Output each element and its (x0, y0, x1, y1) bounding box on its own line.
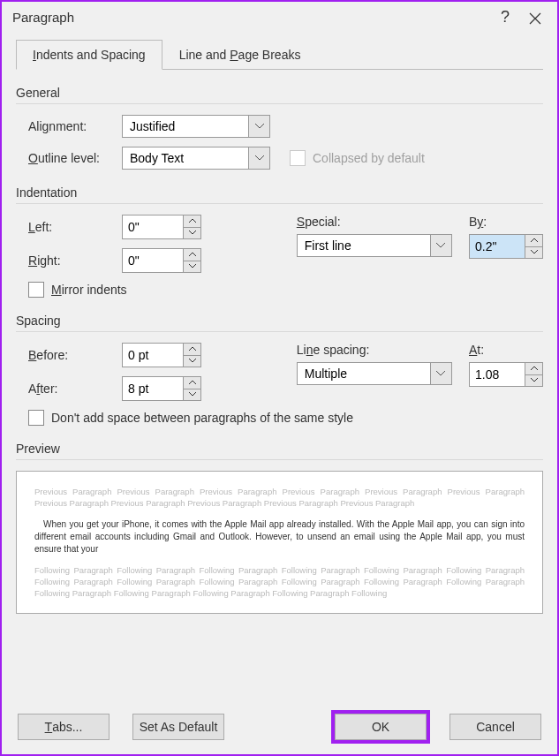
section-preview: Preview Previous Paragraph Previous Para… (16, 442, 543, 614)
section-indentation: Indentation Left: 0" Right: 0" (16, 185, 543, 298)
mirror-indents-label: Mirror indents (51, 283, 127, 297)
spin-up-button[interactable] (184, 377, 200, 389)
before-input[interactable]: 0 pt (122, 343, 201, 367)
titlebar: Paragraph ? (2, 2, 557, 32)
spin-down-button[interactable] (184, 389, 200, 401)
preview-following-text: Following Paragraph Following Paragraph … (34, 564, 525, 600)
section-general: General Alignment: Justified Outline lev… (16, 86, 543, 170)
alignment-value: Justified (123, 119, 248, 133)
left-indent-input[interactable]: 0" (122, 215, 201, 239)
spin-up-button[interactable] (184, 215, 200, 227)
close-icon (529, 12, 541, 25)
spin-up-button[interactable] (184, 249, 200, 261)
spin-down-button[interactable] (184, 261, 200, 273)
chevron-down-icon (531, 250, 538, 254)
tabs-button[interactable]: Tabs... (18, 714, 110, 740)
line-spacing-label: Line spacing: (297, 343, 469, 357)
after-input[interactable]: 8 pt (122, 376, 201, 401)
chevron-up-icon (189, 219, 196, 223)
chevron-up-icon (189, 253, 196, 257)
alignment-dropdown-button[interactable] (248, 116, 269, 137)
section-spacing: Spacing Before: 0 pt After: 8 pt (16, 314, 543, 426)
line-spacing-select[interactable]: Multiple (297, 362, 452, 385)
section-heading-spacing: Spacing (16, 314, 543, 332)
tab-bar: IIndents and Spacingndents and Spacing L… (16, 39, 543, 70)
dont-add-space-checkbox[interactable] (28, 410, 44, 426)
left-indent-value: 0" (123, 215, 183, 238)
alignment-label: Alignment: (28, 119, 122, 133)
tab-line-page-breaks[interactable]: Line and Page Breaks (162, 40, 318, 70)
special-dropdown-button[interactable] (430, 235, 451, 256)
mirror-indents-checkbox[interactable] (28, 282, 44, 298)
outline-level-select[interactable]: Body Text (122, 147, 270, 170)
cancel-button[interactable]: Cancel (449, 714, 541, 740)
chevron-down-icon (255, 155, 264, 161)
ok-button[interactable]: OK (335, 714, 427, 740)
spin-down-button[interactable] (525, 374, 542, 387)
preview-body-text: When you get your iPhone, it comes with … (34, 518, 525, 556)
close-button[interactable] (520, 9, 550, 24)
preview-previous-text: Previous Paragraph Previous Paragraph Pr… (34, 486, 525, 510)
spin-down-button[interactable] (184, 227, 200, 239)
dialog-footer: Tabs... Set As Default OK Cancel (2, 703, 557, 754)
at-value: 1.08 (470, 363, 525, 386)
special-value: First line (298, 238, 430, 253)
outline-level-value: Body Text (123, 151, 248, 165)
chevron-up-icon (189, 381, 196, 385)
by-input[interactable]: 0.2" (469, 234, 543, 259)
chevron-down-icon (436, 371, 445, 376)
chevron-up-icon (531, 367, 538, 371)
help-button[interactable]: ? (490, 8, 520, 26)
chevron-up-icon (531, 238, 538, 243)
line-spacing-dropdown-button[interactable] (430, 363, 451, 384)
chevron-down-icon (189, 231, 196, 235)
after-value: 8 pt (123, 377, 183, 400)
paragraph-dialog: Paragraph ? IIndents and Spacingndents a… (0, 0, 559, 756)
spin-up-button[interactable] (184, 344, 200, 355)
line-spacing-value: Multiple (298, 367, 430, 381)
dont-add-space-label: Don't add space between paragraphs of th… (51, 411, 353, 425)
section-heading-general: General (16, 86, 543, 104)
by-label: By: (469, 215, 543, 229)
before-label: Before: (28, 348, 122, 362)
after-label: After: (28, 382, 122, 396)
spin-up-button[interactable] (525, 363, 542, 374)
chevron-down-icon (189, 359, 196, 363)
outline-dropdown-button[interactable] (248, 147, 269, 169)
collapsed-checkbox (290, 150, 306, 166)
special-select[interactable]: First line (297, 234, 452, 257)
right-indent-input[interactable]: 0" (122, 248, 201, 273)
spin-down-button[interactable] (525, 246, 542, 259)
spin-down-button[interactable] (184, 355, 200, 367)
section-heading-preview: Preview (16, 442, 543, 460)
chevron-down-icon (189, 392, 196, 397)
at-label: At: (469, 343, 543, 357)
left-indent-label: Left: (28, 220, 122, 234)
chevron-up-icon (189, 347, 196, 352)
section-heading-indentation: Indentation (16, 185, 543, 204)
special-label: Special: (297, 215, 469, 229)
spin-up-button[interactable] (525, 235, 542, 246)
set-as-default-button[interactable]: Set As Default (132, 714, 224, 740)
at-input[interactable]: 1.08 (469, 362, 543, 387)
by-value: 0.2" (470, 235, 525, 258)
chevron-down-icon (255, 124, 264, 129)
chevron-down-icon (189, 264, 196, 268)
outline-level-label: Outline level: (28, 151, 122, 165)
tab-indents-spacing[interactable]: IIndents and Spacingndents and Spacing (16, 40, 162, 70)
dialog-title: Paragraph (12, 10, 490, 25)
chevron-down-icon (436, 243, 445, 248)
right-indent-value: 0" (123, 249, 183, 272)
right-indent-label: Right: (28, 253, 122, 268)
alignment-select[interactable]: Justified (122, 115, 270, 138)
chevron-down-icon (531, 378, 538, 382)
collapsed-label: Collapsed by default (313, 151, 425, 165)
before-value: 0 pt (123, 344, 183, 367)
preview-box: Previous Paragraph Previous Paragraph Pr… (16, 471, 543, 614)
